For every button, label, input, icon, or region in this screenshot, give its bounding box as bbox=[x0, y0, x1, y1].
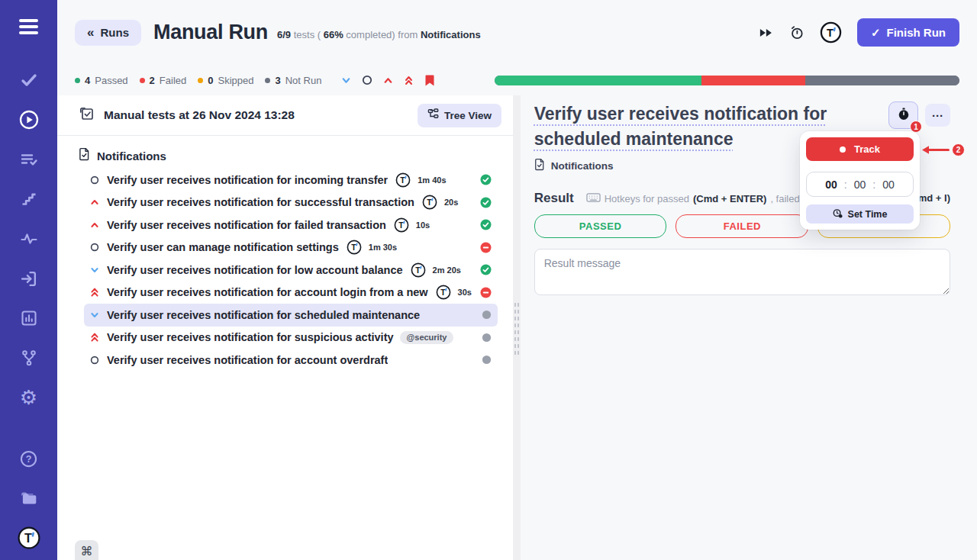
time-minutes[interactable]: 00 bbox=[854, 179, 866, 191]
cmd-key-icon: ⌘ bbox=[81, 544, 93, 558]
suite-group-row[interactable]: Notifications bbox=[57, 146, 513, 166]
set-time-button[interactable]: Set Time bbox=[806, 204, 914, 224]
priority-icon bbox=[89, 266, 99, 275]
test-row[interactable]: Verify user receives notification for su… bbox=[84, 327, 498, 349]
test-row[interactable]: Verify user receives notification for su… bbox=[84, 191, 498, 214]
time-input[interactable]: 00 : 00 : 00 bbox=[806, 172, 914, 197]
svg-text:T: T bbox=[24, 532, 32, 545]
avatar-logo-icon[interactable]: T bbox=[820, 21, 842, 43]
stat-passed: 4Passed bbox=[75, 75, 128, 86]
filter-bookmark-icon[interactable] bbox=[424, 74, 435, 87]
test-source-logo-icon: T bbox=[411, 262, 426, 278]
test-row[interactable]: Verify user receives notification for sc… bbox=[84, 304, 498, 327]
test-tag-badge: @security bbox=[400, 331, 454, 344]
test-title: Verify user receives notification for fa… bbox=[107, 219, 386, 231]
hotkeys-combo-passed: (Cmd + ENTER) bbox=[693, 193, 766, 204]
test-source-logo-icon: T bbox=[395, 172, 411, 188]
list-check-icon[interactable] bbox=[16, 148, 42, 171]
filter-circle-icon[interactable] bbox=[362, 75, 372, 85]
test-row[interactable]: Verify user can manage notification sett… bbox=[84, 237, 498, 259]
test-status-icon bbox=[482, 310, 492, 320]
pulse-icon[interactable] bbox=[16, 227, 42, 250]
skip-forward-icon[interactable] bbox=[759, 27, 773, 38]
stat-skipped: 0Skipped bbox=[198, 75, 253, 86]
run-name: Manual tests at 26 Nov 2024 13:28 bbox=[104, 108, 295, 122]
stopwatch-icon bbox=[898, 108, 910, 123]
sign-in-icon[interactable] bbox=[16, 267, 42, 290]
settings-gear-icon[interactable]: ⚙ bbox=[16, 386, 42, 409]
time-colon: : bbox=[872, 179, 875, 191]
priority-icon bbox=[89, 332, 99, 343]
filter-chevron-up-icon[interactable] bbox=[383, 76, 393, 85]
test-row[interactable]: Verify user receives notification for ac… bbox=[84, 282, 498, 304]
main-area: « Runs Manual Run 6/9 tests ( 66% comple… bbox=[57, 0, 977, 560]
record-dot-icon bbox=[840, 146, 846, 153]
document-check-icon bbox=[79, 147, 90, 164]
test-title: Verify user receives notification for ac… bbox=[107, 354, 388, 366]
stat-failed: 2Failed bbox=[140, 75, 187, 86]
clipboard-check-icon bbox=[79, 106, 95, 125]
priority-icon bbox=[89, 356, 99, 365]
svg-text:?: ? bbox=[26, 453, 32, 464]
hotkeys-tail: md + I) bbox=[918, 192, 950, 204]
breadcrumb-label: Notifications bbox=[551, 160, 614, 172]
progress-seg-failed bbox=[701, 76, 805, 85]
priority-icon bbox=[89, 311, 99, 320]
track-button[interactable]: Track bbox=[806, 137, 914, 161]
tree-view-button[interactable]: Tree View bbox=[418, 104, 501, 127]
test-row[interactable]: Verify user receives notification for lo… bbox=[84, 259, 498, 282]
test-status-icon bbox=[480, 287, 492, 298]
test-row[interactable]: Verify user receives notification for ac… bbox=[84, 349, 498, 372]
time-seconds[interactable]: 00 bbox=[882, 179, 895, 191]
tests-check-icon[interactable] bbox=[16, 69, 42, 92]
test-source-logo-icon: T bbox=[394, 217, 409, 233]
runs-play-icon[interactable] bbox=[16, 108, 42, 131]
menu-icon[interactable] bbox=[16, 15, 42, 38]
tree-view-label: Tree View bbox=[444, 110, 492, 121]
panel-resize-handle[interactable] bbox=[513, 95, 521, 560]
more-menu-icon[interactable]: ··· bbox=[925, 104, 950, 127]
passed-button[interactable]: PASSED bbox=[534, 214, 667, 238]
svg-text:T: T bbox=[440, 288, 446, 297]
test-duration: 10s bbox=[416, 220, 430, 230]
run-progress-bar bbox=[495, 76, 959, 85]
test-source-logo-icon: T bbox=[347, 240, 362, 255]
status-bar: 4Passed2Failed0Skipped3Not Run bbox=[57, 65, 977, 95]
branch-icon[interactable] bbox=[16, 346, 42, 369]
progress-seg-notrun bbox=[805, 76, 959, 85]
svg-text:T: T bbox=[427, 198, 432, 207]
filter-double-chevron-up-icon[interactable] bbox=[404, 75, 414, 85]
finish-run-button[interactable]: ✓ Finish Run bbox=[857, 18, 959, 47]
run-source: Notifications bbox=[421, 29, 481, 40]
failed-button[interactable]: FAILED bbox=[676, 214, 808, 238]
back-to-runs-button[interactable]: « Runs bbox=[75, 20, 141, 46]
steps-icon[interactable] bbox=[16, 188, 42, 211]
folder-icon[interactable] bbox=[16, 487, 42, 510]
hotkeys-mid: , failed bbox=[770, 193, 799, 204]
test-row[interactable]: Verify user receives notification for fa… bbox=[84, 214, 498, 237]
list-header: Manual tests at 26 Nov 2024 13:28 Tree V… bbox=[57, 95, 513, 136]
tree-view-icon bbox=[427, 108, 439, 122]
track-time-button[interactable]: 1 bbox=[888, 101, 918, 129]
stat-dot-icon bbox=[198, 78, 203, 83]
hotkeys-cmd-button[interactable]: ⌘ bbox=[75, 540, 98, 560]
set-time-label: Set Time bbox=[848, 209, 888, 220]
help-icon[interactable]: ? bbox=[16, 447, 42, 470]
brand-logo-icon[interactable]: T bbox=[16, 526, 42, 549]
test-source-logo-icon: T bbox=[422, 195, 437, 210]
time-hours[interactable]: 00 bbox=[825, 179, 837, 191]
bar-chart-icon[interactable] bbox=[16, 307, 42, 330]
test-status-icon bbox=[482, 355, 492, 365]
suite-group-label: Notifications bbox=[97, 150, 166, 163]
svg-text:T: T bbox=[398, 220, 404, 230]
sidebar: ⚙ ? T bbox=[0, 0, 57, 560]
test-status-icon bbox=[480, 219, 492, 230]
result-message-input[interactable] bbox=[534, 249, 950, 295]
test-row[interactable]: Verify user receives notification for in… bbox=[84, 169, 498, 191]
run-percent: 66% bbox=[324, 29, 343, 40]
filter-chevron-down-icon[interactable] bbox=[341, 76, 351, 85]
test-duration: 2m 20s bbox=[433, 266, 461, 275]
svg-text:T: T bbox=[351, 243, 356, 252]
timer-icon[interactable] bbox=[788, 24, 804, 40]
app-root: ⚙ ? T « Runs Manual Run 6/9 tests ( 66% … bbox=[0, 0, 977, 560]
